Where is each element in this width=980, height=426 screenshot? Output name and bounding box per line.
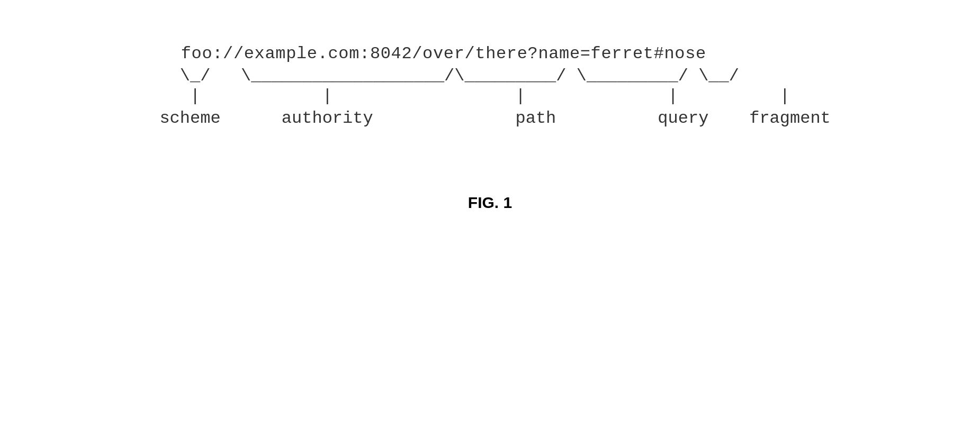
uri-text: foo://example.com:8042/over/there?name=f… xyxy=(149,42,706,66)
bracket-line: \_/ \___________________/\_________/ \__… xyxy=(149,66,739,86)
uri-diagram: foo://example.com:8042/over/there?name=f… xyxy=(149,42,831,130)
pipe-line: | | | | | xyxy=(149,86,790,106)
figure-caption: FIG. 1 xyxy=(0,194,980,212)
label-line: scheme authority path query fragment xyxy=(149,107,831,131)
